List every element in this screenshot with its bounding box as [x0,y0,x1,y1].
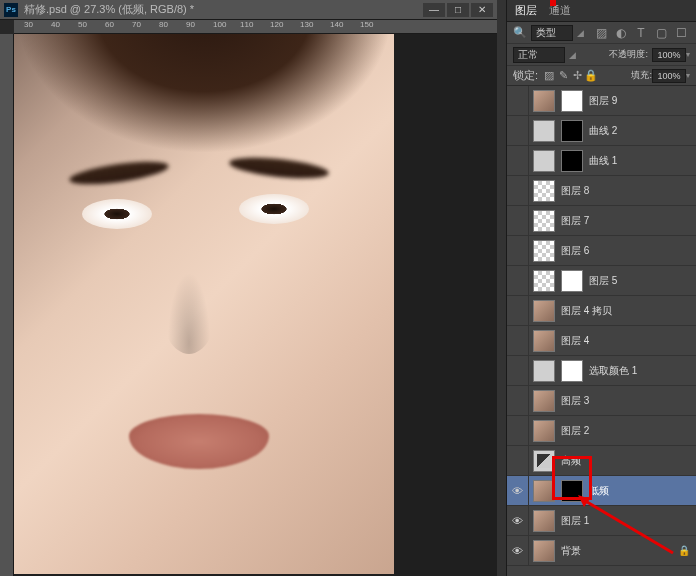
visibility-toggle[interactable] [507,176,529,205]
lock-row: 锁定: ▨ ✎ ✢ 🔒 填充: 100%▾ [507,66,696,86]
visibility-toggle[interactable] [507,386,529,415]
layer-name-label[interactable]: 图层 9 [589,94,617,108]
filter-type-icon[interactable]: T [634,26,648,40]
photo-thumbnail[interactable] [533,390,555,412]
layer-row[interactable]: 👁低频 [507,476,696,506]
layer-name-label[interactable]: 图层 6 [561,244,589,258]
visibility-toggle[interactable] [507,206,529,235]
visibility-toggle[interactable] [507,236,529,265]
layer-name-label[interactable]: 图层 5 [589,274,617,288]
ruler-horizontal[interactable]: 30 40 50 60 70 80 90 100 110 120 130 140… [14,20,497,34]
photo-thumbnail[interactable] [533,330,555,352]
layer-row[interactable]: 选取颜色 1 [507,356,696,386]
mask-thumbnail[interactable] [561,360,583,382]
mask-thumbnail[interactable] [561,120,583,142]
lock-pixels-icon[interactable]: ✎ [556,69,570,82]
layer-name-label[interactable]: 图层 8 [561,184,589,198]
document-title: 精修.psd @ 27.3% (低频, RGB/8) * [24,2,423,17]
layer-row[interactable]: 高频 [507,446,696,476]
lock-position-icon[interactable]: ✢ [570,69,584,82]
close-button[interactable]: ✕ [471,3,493,17]
visibility-toggle[interactable] [507,86,529,115]
layer-row[interactable]: 图层 6 [507,236,696,266]
layer-name-label[interactable]: 图层 2 [561,424,589,438]
filter-type-dropdown[interactable]: 类型 [531,25,573,41]
visibility-toggle[interactable] [507,116,529,145]
layer-row[interactable]: 图层 3 [507,386,696,416]
layer-name-label[interactable]: 图层 4 拷贝 [561,304,612,318]
selcol-thumbnail[interactable] [533,360,555,382]
filter-row: 🔍 类型 ◢ ▨ ◐ T ▢ ☐ [507,22,696,44]
filter-adjust-icon[interactable]: ◐ [614,26,628,40]
layer-row[interactable]: 👁背景🔒 [507,536,696,566]
curves-thumbnail[interactable] [533,120,555,142]
filter-smart-icon[interactable]: ☐ [674,26,688,40]
photo-thumbnail[interactable] [533,420,555,442]
maximize-button[interactable]: □ [447,3,469,17]
layer-row[interactable]: 图层 4 [507,326,696,356]
canvas-viewport[interactable] [14,34,497,576]
layer-name-label[interactable]: 图层 7 [561,214,589,228]
mask-thumbnail[interactable] [561,150,583,172]
layer-row[interactable]: 图层 9 [507,86,696,116]
layer-row[interactable]: 图层 2 [507,416,696,446]
opacity-field[interactable]: 100% [652,48,686,62]
filter-pixel-icon[interactable]: ▨ [594,26,608,40]
canvas-image[interactable] [14,34,394,574]
layer-row[interactable]: 曲线 1 [507,146,696,176]
canvas-area: Ps 精修.psd @ 27.3% (低频, RGB/8) * — □ ✕ 30… [0,0,497,576]
tab-layers[interactable]: 图层 [515,3,537,18]
visibility-toggle[interactable]: 👁 [507,506,529,535]
layer-name-label[interactable]: 图层 1 [561,514,589,528]
mask-thumbnail[interactable] [561,90,583,112]
checker-thumbnail[interactable] [533,240,555,262]
checker-thumbnail[interactable] [533,270,555,292]
layer-list: 图层 9曲线 2曲线 1图层 8图层 7图层 6图层 5图层 4 拷贝图层 4选… [507,86,696,576]
layer-name-label[interactable]: 曲线 1 [589,154,617,168]
search-icon[interactable]: 🔍 [513,26,527,39]
layers-panel: 图层 通道 🔍 类型 ◢ ▨ ◐ T ▢ ☐ 正常 ◢ 不透明度: 100%▾ … [506,0,696,576]
curves-thumbnail[interactable] [533,150,555,172]
layer-row[interactable]: 👁图层 1 [507,506,696,536]
fill-label: 填充: [631,69,652,82]
visibility-toggle[interactable] [507,296,529,325]
layer-name-label[interactable]: 低频 [589,484,609,498]
visibility-toggle[interactable] [507,326,529,355]
blend-mode-dropdown[interactable]: 正常 [513,47,565,63]
lock-all-icon[interactable]: 🔒 [584,69,598,82]
layer-row[interactable]: 图层 7 [507,206,696,236]
layer-name-label[interactable]: 选取颜色 1 [589,364,637,378]
checker-thumbnail[interactable] [533,210,555,232]
fill-field[interactable]: 100% [652,69,686,83]
mask-thumbnail[interactable] [561,270,583,292]
visibility-toggle[interactable]: 👁 [507,476,529,505]
photo-thumbnail[interactable] [533,300,555,322]
visibility-toggle[interactable] [507,356,529,385]
layer-name-label[interactable]: 背景 [561,544,581,558]
annotation-highlight-box [550,0,556,6]
visibility-toggle[interactable] [507,266,529,295]
layer-row[interactable]: 图层 8 [507,176,696,206]
photo-thumbnail[interactable] [533,90,555,112]
filter-shape-icon[interactable]: ▢ [654,26,668,40]
annotation-highlight-box [552,456,592,500]
photo-thumbnail[interactable] [533,510,555,532]
layer-name-label[interactable]: 图层 4 [561,334,589,348]
visibility-toggle[interactable] [507,416,529,445]
minimize-button[interactable]: — [423,3,445,17]
photo-thumbnail[interactable] [533,540,555,562]
ruler-vertical[interactable] [0,34,14,576]
layer-name-label[interactable]: 图层 3 [561,394,589,408]
lock-transparency-icon[interactable]: ▨ [542,69,556,82]
layer-row[interactable]: 图层 5 [507,266,696,296]
layer-row[interactable]: 曲线 2 [507,116,696,146]
lock-label: 锁定: [513,68,538,83]
visibility-toggle[interactable] [507,446,529,475]
panel-tabs: 图层 通道 [507,0,696,22]
layer-row[interactable]: 图层 4 拷贝 [507,296,696,326]
layer-name-label[interactable]: 曲线 2 [589,124,617,138]
visibility-toggle[interactable]: 👁 [507,536,529,565]
visibility-toggle[interactable] [507,146,529,175]
window-controls: — □ ✕ [423,3,493,17]
checker-thumbnail[interactable] [533,180,555,202]
